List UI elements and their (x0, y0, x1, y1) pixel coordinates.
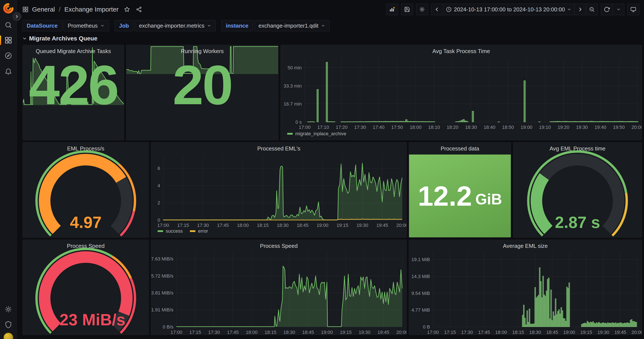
panel-title[interactable]: Queued Migrate Archive Tasks (23, 45, 124, 57)
dashboard-grid-icon (22, 6, 29, 13)
chart-average-eml-size[interactable]: 17:0017:1517:3017:4518:0018:1518:3018:45… (409, 240, 642, 335)
variable-value-dropdown[interactable]: exchange-importer1.qdit (254, 20, 330, 31)
variable-label: DataSource (22, 20, 62, 31)
row-header-migrate-archives-queue[interactable]: Migrate Archives Queue (22, 35, 98, 42)
variable-datasource: DataSource Prometheus (22, 20, 109, 31)
breadcrumb-separator: / (59, 6, 60, 13)
panel-title[interactable]: EML Process/s (23, 143, 148, 155)
x-tick-label: 17:00 (299, 125, 310, 130)
bar (356, 122, 357, 122)
x-tick-label: 17:20 (336, 125, 348, 130)
refresh-interval-dropdown[interactable] (613, 4, 624, 15)
search-icon[interactable] (4, 21, 12, 29)
x-tick-label: 17:30 (197, 223, 209, 228)
bar (570, 121, 572, 122)
x-tick-label: 17:45 (478, 329, 490, 335)
settings-icon[interactable] (4, 305, 12, 313)
panel-title[interactable]: Process Speed (23, 240, 148, 252)
bar (632, 321, 633, 327)
panel-title[interactable]: Average EML size (409, 240, 642, 252)
breadcrumb-folder[interactable]: General (32, 6, 55, 13)
admin-shield-icon[interactable] (4, 320, 12, 329)
bar (461, 120, 463, 122)
bar (610, 323, 611, 327)
panel-title[interactable]: Avg EML Process time (513, 143, 642, 155)
breadcrumb-dashboard-title[interactable]: Exchange Importer (64, 6, 118, 13)
grafana-logo[interactable] (3, 3, 14, 14)
panel-eml-process-rate-gauge: EML Process/s 4.97 (23, 142, 149, 238)
panel-title[interactable]: Processed data (409, 143, 511, 155)
bar (404, 121, 406, 122)
bar (378, 121, 380, 122)
tv-mode-icon (630, 7, 636, 13)
breadcrumb: General / Exchange Importer (22, 6, 142, 13)
legend-item[interactable]: migrate_inplace_archive (287, 131, 346, 137)
cycle-view-mode-button[interactable] (627, 4, 639, 15)
dashboard-settings-button[interactable] (416, 4, 428, 15)
time-picker-button[interactable]: 2024-10-13 17:00:00 to 2024-10-13 20:00:… (443, 4, 574, 15)
bar (433, 122, 435, 122)
bar (594, 323, 595, 327)
alerting-icon[interactable] (4, 67, 12, 75)
panel-title[interactable]: Running Workers (126, 45, 278, 57)
star-icon[interactable] (124, 6, 130, 13)
expand-sidebar-button[interactable] (12, 12, 22, 21)
save-dashboard-button[interactable] (401, 4, 413, 15)
time-back-button[interactable] (431, 4, 443, 15)
bar (550, 290, 552, 327)
zoom-out-button[interactable] (586, 4, 598, 15)
bar (599, 323, 600, 327)
chart-process-speed[interactable]: 17:0017:1517:3017:4518:0018:1518:3018:45… (151, 240, 406, 335)
panel-title[interactable]: Avg Task Process Time (281, 45, 642, 57)
share-icon[interactable] (136, 6, 142, 13)
bar (614, 121, 616, 122)
bar (550, 122, 552, 122)
chart-canvas[interactable]: 17:0017:1517:3017:4518:0018:1518:3018:45… (151, 143, 406, 237)
panel-title[interactable]: Processed EML's (151, 143, 406, 155)
bar (350, 122, 352, 122)
bar (562, 310, 563, 327)
x-tick-label: 19:45 (378, 329, 389, 335)
gauge-value-arc (536, 177, 548, 230)
bar (574, 121, 575, 122)
add-panel-button[interactable] (386, 4, 398, 15)
bar (628, 323, 629, 327)
bar (555, 121, 557, 122)
chart-avg-task-process-time[interactable]: 17:0017:1017:2017:3017:4017:5018:0018:10… (281, 45, 642, 140)
bar (534, 323, 534, 327)
chart-canvas[interactable]: 17:0017:1517:3017:4518:0018:1518:3018:45… (409, 240, 642, 335)
bar (382, 121, 383, 122)
chart-processed-emls[interactable]: 17:0017:1517:3017:4518:0018:1518:3018:45… (151, 143, 406, 237)
y-tick-label: 2 (158, 200, 160, 205)
bar (560, 314, 560, 327)
refresh-button[interactable] (601, 4, 613, 15)
legend-item[interactable]: success (158, 228, 182, 234)
bar (359, 122, 361, 122)
bar (585, 121, 586, 122)
chart-canvas[interactable]: 17:0017:1517:3017:4518:0018:1518:3018:45… (151, 240, 406, 335)
bar (598, 322, 599, 327)
bar (387, 121, 389, 122)
bar (361, 122, 363, 122)
x-tick-label: 18:20 (447, 125, 458, 130)
bar (613, 323, 614, 327)
bar (620, 322, 621, 327)
x-tick-label: 17:00 (170, 329, 182, 335)
dashboards-icon[interactable] (4, 36, 12, 45)
bar (420, 121, 422, 122)
time-forward-button[interactable] (574, 4, 586, 15)
bar (422, 121, 424, 122)
chart-canvas[interactable]: 17:0017:1017:2017:3017:4017:5018:0018:10… (281, 45, 642, 140)
bar (344, 122, 346, 122)
legend-item[interactable]: error (190, 228, 208, 234)
variable-value-dropdown[interactable]: Prometheus (63, 20, 109, 31)
panel-title[interactable]: Process Speed (151, 240, 406, 252)
chart-legend: migrate_inplace_archive (287, 131, 346, 137)
explore-icon[interactable] (4, 51, 12, 60)
user-avatar[interactable] (4, 332, 13, 339)
bar (592, 322, 592, 327)
bar (619, 323, 620, 327)
bar (463, 119, 464, 122)
variable-value-dropdown[interactable]: exchange-importer.metrics (134, 20, 216, 31)
bar (568, 288, 569, 327)
